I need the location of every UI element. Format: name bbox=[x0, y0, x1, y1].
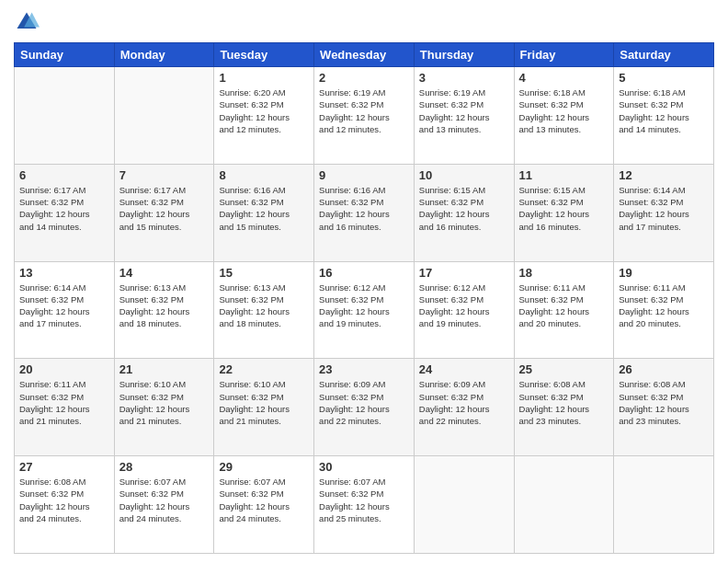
day-number: 21 bbox=[119, 362, 210, 376]
day-info: Sunrise: 6:16 AM Sunset: 6:32 PM Dayligh… bbox=[319, 184, 409, 233]
calendar-cell bbox=[514, 456, 614, 554]
calendar-cell: 18Sunrise: 6:11 AM Sunset: 6:32 PM Dayli… bbox=[514, 261, 614, 359]
calendar-cell bbox=[614, 456, 714, 554]
calendar-cell: 4Sunrise: 6:18 AM Sunset: 6:32 PM Daylig… bbox=[514, 67, 614, 165]
calendar-cell: 9Sunrise: 6:16 AM Sunset: 6:32 PM Daylig… bbox=[314, 164, 415, 261]
calendar-cell: 8Sunrise: 6:16 AM Sunset: 6:32 PM Daylig… bbox=[214, 164, 314, 261]
calendar-cell: 10Sunrise: 6:15 AM Sunset: 6:32 PM Dayli… bbox=[414, 164, 514, 261]
calendar-week-0: 1Sunrise: 6:20 AM Sunset: 6:32 PM Daylig… bbox=[15, 67, 714, 165]
calendar-cell: 14Sunrise: 6:13 AM Sunset: 6:32 PM Dayli… bbox=[114, 261, 214, 359]
calendar-cell bbox=[15, 67, 115, 165]
day-number: 27 bbox=[19, 460, 109, 474]
day-number: 22 bbox=[219, 362, 309, 376]
day-info: Sunrise: 6:14 AM Sunset: 6:32 PM Dayligh… bbox=[19, 282, 109, 330]
day-info: Sunrise: 6:07 AM Sunset: 6:32 PM Dayligh… bbox=[219, 476, 309, 524]
calendar-cell: 2Sunrise: 6:19 AM Sunset: 6:32 PM Daylig… bbox=[314, 67, 415, 165]
calendar-cell: 21Sunrise: 6:10 AM Sunset: 6:32 PM Dayli… bbox=[114, 359, 214, 456]
calendar-cell: 27Sunrise: 6:08 AM Sunset: 6:32 PM Dayli… bbox=[15, 456, 115, 554]
calendar-cell: 24Sunrise: 6:09 AM Sunset: 6:32 PM Dayli… bbox=[414, 359, 514, 456]
day-number: 16 bbox=[319, 266, 409, 280]
calendar-cell: 30Sunrise: 6:07 AM Sunset: 6:32 PM Dayli… bbox=[314, 456, 415, 554]
day-info: Sunrise: 6:17 AM Sunset: 6:32 PM Dayligh… bbox=[119, 184, 210, 233]
day-info: Sunrise: 6:14 AM Sunset: 6:32 PM Dayligh… bbox=[619, 184, 709, 233]
day-number: 13 bbox=[19, 266, 109, 280]
day-info: Sunrise: 6:09 AM Sunset: 6:32 PM Dayligh… bbox=[419, 378, 509, 427]
calendar-cell: 1Sunrise: 6:20 AM Sunset: 6:32 PM Daylig… bbox=[214, 67, 314, 165]
day-info: Sunrise: 6:11 AM Sunset: 6:32 PM Dayligh… bbox=[619, 282, 709, 330]
day-info: Sunrise: 6:16 AM Sunset: 6:32 PM Dayligh… bbox=[219, 184, 309, 233]
day-info: Sunrise: 6:10 AM Sunset: 6:32 PM Dayligh… bbox=[119, 378, 210, 427]
day-number: 2 bbox=[319, 71, 409, 85]
calendar-cell: 29Sunrise: 6:07 AM Sunset: 6:32 PM Dayli… bbox=[214, 456, 314, 554]
day-number: 11 bbox=[519, 168, 609, 182]
day-number: 25 bbox=[519, 362, 609, 376]
day-number: 1 bbox=[219, 71, 309, 85]
calendar-cell: 3Sunrise: 6:19 AM Sunset: 6:32 PM Daylig… bbox=[414, 67, 514, 165]
day-number: 24 bbox=[419, 362, 509, 376]
day-info: Sunrise: 6:11 AM Sunset: 6:32 PM Dayligh… bbox=[19, 378, 109, 427]
day-number: 17 bbox=[419, 266, 509, 280]
logo-icon bbox=[14, 9, 40, 35]
calendar-week-4: 27Sunrise: 6:08 AM Sunset: 6:32 PM Dayli… bbox=[15, 456, 714, 554]
day-info: Sunrise: 6:09 AM Sunset: 6:32 PM Dayligh… bbox=[319, 378, 409, 427]
day-number: 6 bbox=[19, 168, 109, 182]
day-info: Sunrise: 6:15 AM Sunset: 6:32 PM Dayligh… bbox=[519, 184, 609, 233]
calendar-cell: 5Sunrise: 6:18 AM Sunset: 6:32 PM Daylig… bbox=[614, 67, 714, 165]
day-number: 26 bbox=[619, 362, 709, 376]
calendar-cell: 15Sunrise: 6:13 AM Sunset: 6:32 PM Dayli… bbox=[214, 261, 314, 359]
weekday-header-saturday: Saturday bbox=[614, 43, 714, 67]
day-info: Sunrise: 6:13 AM Sunset: 6:32 PM Dayligh… bbox=[119, 282, 210, 330]
calendar-cell: 22Sunrise: 6:10 AM Sunset: 6:32 PM Dayli… bbox=[214, 359, 314, 456]
calendar-cell: 19Sunrise: 6:11 AM Sunset: 6:32 PM Dayli… bbox=[614, 261, 714, 359]
day-info: Sunrise: 6:08 AM Sunset: 6:32 PM Dayligh… bbox=[19, 476, 109, 524]
day-info: Sunrise: 6:10 AM Sunset: 6:32 PM Dayligh… bbox=[219, 378, 309, 427]
day-info: Sunrise: 6:19 AM Sunset: 6:32 PM Dayligh… bbox=[319, 86, 409, 135]
day-info: Sunrise: 6:12 AM Sunset: 6:32 PM Dayligh… bbox=[319, 282, 409, 330]
day-number: 23 bbox=[319, 362, 409, 376]
calendar-cell bbox=[414, 456, 514, 554]
day-number: 10 bbox=[419, 168, 509, 182]
day-info: Sunrise: 6:11 AM Sunset: 6:32 PM Dayligh… bbox=[519, 282, 609, 330]
day-info: Sunrise: 6:13 AM Sunset: 6:32 PM Dayligh… bbox=[219, 282, 309, 330]
calendar-cell: 26Sunrise: 6:08 AM Sunset: 6:32 PM Dayli… bbox=[614, 359, 714, 456]
calendar-cell: 25Sunrise: 6:08 AM Sunset: 6:32 PM Dayli… bbox=[514, 359, 614, 456]
weekday-header-tuesday: Tuesday bbox=[214, 43, 314, 67]
calendar-cell: 16Sunrise: 6:12 AM Sunset: 6:32 PM Dayli… bbox=[314, 261, 415, 359]
weekday-header-sunday: Sunday bbox=[15, 43, 115, 67]
day-info: Sunrise: 6:08 AM Sunset: 6:32 PM Dayligh… bbox=[619, 378, 709, 427]
calendar-week-2: 13Sunrise: 6:14 AM Sunset: 6:32 PM Dayli… bbox=[15, 261, 714, 359]
day-number: 14 bbox=[119, 266, 210, 280]
day-info: Sunrise: 6:18 AM Sunset: 6:32 PM Dayligh… bbox=[619, 86, 709, 135]
day-number: 9 bbox=[319, 168, 409, 182]
day-number: 20 bbox=[19, 362, 109, 376]
day-number: 29 bbox=[219, 460, 309, 474]
day-number: 19 bbox=[619, 266, 709, 280]
calendar-cell: 17Sunrise: 6:12 AM Sunset: 6:32 PM Dayli… bbox=[414, 261, 514, 359]
calendar-cell: 12Sunrise: 6:14 AM Sunset: 6:32 PM Dayli… bbox=[614, 164, 714, 261]
day-info: Sunrise: 6:15 AM Sunset: 6:32 PM Dayligh… bbox=[419, 184, 509, 233]
calendar-cell: 20Sunrise: 6:11 AM Sunset: 6:32 PM Dayli… bbox=[15, 359, 115, 456]
weekday-header-friday: Friday bbox=[514, 43, 614, 67]
calendar-cell bbox=[114, 67, 214, 165]
day-info: Sunrise: 6:20 AM Sunset: 6:32 PM Dayligh… bbox=[219, 86, 309, 135]
weekday-header-monday: Monday bbox=[114, 43, 214, 67]
day-info: Sunrise: 6:18 AM Sunset: 6:32 PM Dayligh… bbox=[519, 86, 609, 135]
day-info: Sunrise: 6:12 AM Sunset: 6:32 PM Dayligh… bbox=[419, 282, 509, 330]
calendar-cell: 6Sunrise: 6:17 AM Sunset: 6:32 PM Daylig… bbox=[15, 164, 115, 261]
day-info: Sunrise: 6:07 AM Sunset: 6:32 PM Dayligh… bbox=[319, 476, 409, 524]
calendar: SundayMondayTuesdayWednesdayThursdayFrid… bbox=[14, 42, 714, 554]
calendar-week-1: 6Sunrise: 6:17 AM Sunset: 6:32 PM Daylig… bbox=[15, 164, 714, 261]
day-info: Sunrise: 6:07 AM Sunset: 6:32 PM Dayligh… bbox=[119, 476, 210, 524]
day-number: 18 bbox=[519, 266, 609, 280]
calendar-cell: 7Sunrise: 6:17 AM Sunset: 6:32 PM Daylig… bbox=[114, 164, 214, 261]
calendar-cell: 11Sunrise: 6:15 AM Sunset: 6:32 PM Dayli… bbox=[514, 164, 614, 261]
day-number: 3 bbox=[419, 71, 509, 85]
weekday-header-wednesday: Wednesday bbox=[314, 43, 415, 67]
day-number: 7 bbox=[119, 168, 210, 182]
day-number: 30 bbox=[319, 460, 409, 474]
day-number: 5 bbox=[619, 71, 709, 85]
weekday-header-thursday: Thursday bbox=[414, 43, 514, 67]
calendar-week-3: 20Sunrise: 6:11 AM Sunset: 6:32 PM Dayli… bbox=[15, 359, 714, 456]
day-number: 28 bbox=[119, 460, 210, 474]
day-info: Sunrise: 6:08 AM Sunset: 6:32 PM Dayligh… bbox=[519, 378, 609, 427]
